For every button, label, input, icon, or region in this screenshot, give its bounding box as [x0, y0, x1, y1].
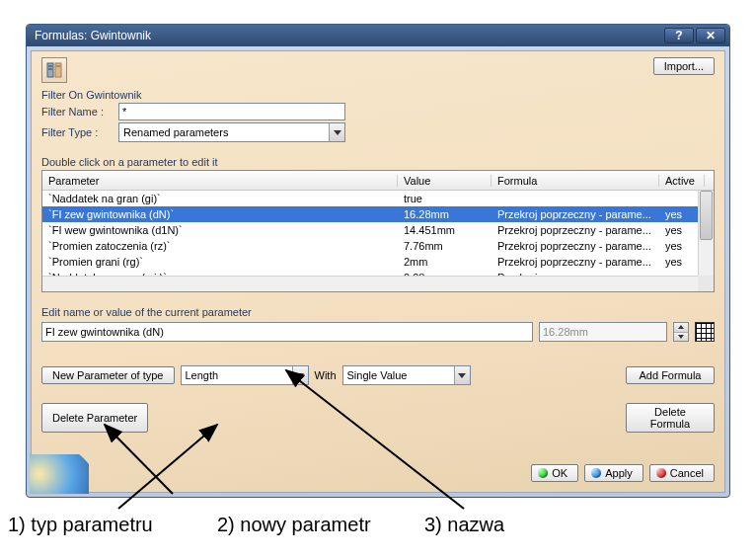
th-active[interactable]: Active [659, 175, 705, 187]
cancel-dot-icon [656, 468, 666, 478]
annotation-2: 2) nowy parametr [217, 514, 371, 536]
cell-value: true [398, 193, 491, 204]
table-row[interactable]: `Promien zatoczenia (rz)`7.76mmPrzekroj … [42, 238, 714, 254]
filter-type-value: Renamed parameters [123, 126, 228, 138]
add-formula-button[interactable]: Add Formula [626, 366, 715, 384]
table-row[interactable]: `Promien grani (rg)`2mmPrzekroj poprzecz… [42, 254, 714, 270]
scrollbar-vertical[interactable] [698, 191, 714, 276]
new-parameter-button[interactable]: New Parameter of type [41, 366, 175, 384]
cell-value: 2mm [398, 256, 491, 268]
table-header: Parameter Value Formula Active [42, 171, 714, 191]
ok-button[interactable]: OK [531, 464, 578, 482]
cell-param: `FI wew gwintownika (d1N)` [42, 224, 398, 236]
edit-section-label: Edit name or value of the current parame… [41, 306, 715, 318]
cell-formula: Przekroj poprzeczny - parame... [491, 208, 659, 220]
apply-dot-icon [591, 468, 601, 478]
chevron-down-icon[interactable] [329, 123, 344, 141]
chevron-down-icon[interactable] [292, 366, 308, 384]
ok-dot-icon [538, 468, 548, 478]
cancel-button[interactable]: Cancel [649, 464, 715, 482]
close-button[interactable]: ✕ [696, 28, 725, 43]
fx-tool-button[interactable] [41, 57, 67, 83]
scroll-corner [698, 276, 714, 291]
titlebar: Formulas: Gwintownik ? ✕ [27, 25, 729, 46]
filter-section-label: Filter On Gwintownik [41, 89, 715, 101]
edit-value-input[interactable] [539, 322, 667, 342]
svg-rect-0 [47, 63, 53, 77]
apply-button[interactable]: Apply [584, 464, 643, 482]
annotation-1: 1) typ parametru [8, 514, 153, 536]
param-type-combo[interactable]: Length [181, 365, 309, 385]
chevron-down-icon[interactable] [454, 366, 470, 384]
filter-type-combo[interactable]: Renamed parameters [118, 122, 345, 142]
value-spinner[interactable] [673, 322, 689, 342]
th-value[interactable]: Value [398, 175, 491, 187]
filter-name-input[interactable] [118, 103, 345, 120]
delete-formula-button[interactable]: Delete Formula [626, 403, 715, 433]
with-combo[interactable]: Single Value [342, 365, 471, 385]
grid-picker-button[interactable] [695, 322, 715, 342]
th-formula[interactable]: Formula [491, 175, 659, 187]
with-label: With [315, 369, 337, 381]
client-area: Import... Filter On Gwintownik Filter Na… [31, 50, 725, 493]
spinner-up-icon[interactable] [674, 323, 688, 333]
scrollbar-horizontal[interactable] [42, 276, 698, 291]
dialog-window: Formulas: Gwintownik ? ✕ Import... Filte… [26, 24, 730, 498]
table-row[interactable]: `Naddatek na gran (gi)`true [42, 191, 714, 206]
import-button[interactable]: Import... [653, 57, 715, 75]
cell-param: `Naddatek na gran (gi)` [42, 193, 398, 204]
table-row[interactable]: `FI wew gwintownika (d1N)`14.451mmPrzekr… [42, 222, 714, 238]
scrollbar-thumb[interactable] [700, 191, 713, 240]
parameter-table: Parameter Value Formula Active `Naddatek… [41, 170, 715, 292]
cell-param: `Promien zatoczenia (rz)` [42, 240, 398, 252]
filter-name-label: Filter Name : [41, 106, 118, 118]
spinner-down-icon[interactable] [674, 333, 688, 342]
help-button[interactable]: ? [664, 28, 694, 43]
cell-formula: Przekroj poprzeczny - parame... [491, 224, 659, 236]
table-hint: Double click on a parameter to edit it [41, 156, 715, 168]
cell-value: 16.28mm [398, 208, 491, 220]
edit-name-input[interactable] [41, 322, 533, 342]
cell-param: `FI zew gwintownika (dN)` [42, 208, 398, 220]
th-parameter[interactable]: Parameter [42, 175, 398, 187]
fx-icon [46, 62, 62, 78]
with-value: Single Value [347, 369, 408, 381]
window-title: Formulas: Gwintownik [35, 29, 662, 42]
globe-decoration [30, 454, 89, 494]
filter-type-label: Filter Type : [41, 126, 118, 138]
cell-formula: Przekroj poprzeczny - parame... [491, 256, 659, 268]
param-type-value: Length [186, 369, 219, 381]
cell-value: 14.451mm [398, 224, 491, 236]
delete-parameter-button[interactable]: Delete Parameter [41, 403, 148, 433]
table-row[interactable]: `FI zew gwintownika (dN)`16.28mmPrzekroj… [42, 206, 714, 222]
svg-rect-1 [55, 63, 61, 77]
cell-formula: Przekroj poprzeczny - parame... [491, 240, 659, 252]
annotation-3: 3) nazwa [424, 514, 504, 536]
cell-param: `Promien grani (rg)` [42, 256, 398, 268]
cell-value: 7.76mm [398, 240, 491, 252]
